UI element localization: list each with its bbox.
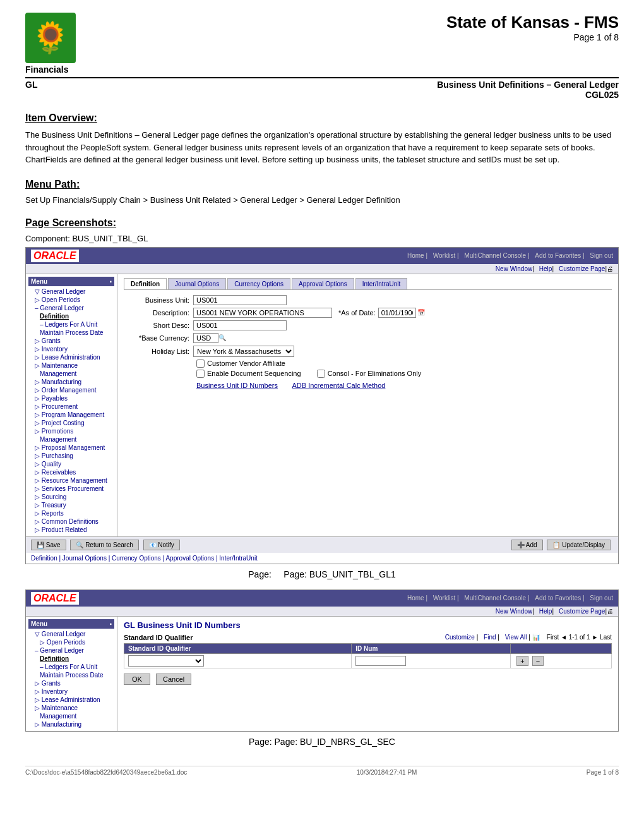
adb-incremental-link[interactable]: ADB Incremental Calc Method [292, 382, 385, 389]
sidebar-item-payables[interactable]: ▷ Payables [28, 394, 114, 402]
ok-button[interactable]: OK [124, 674, 150, 685]
sidebar-item-quality[interactable]: ▷ Quality [28, 460, 114, 468]
sidebar-item-treasury[interactable]: ▷ Treasury [28, 501, 114, 509]
sidebar-item-promotions[interactable]: ▷ Promotions [28, 427, 114, 435]
calendar-icon[interactable]: 📅 [417, 309, 425, 316]
enable-doc-seq-row: Enable Document Sequencing Consol - For … [124, 370, 612, 378]
nav2-multichannel[interactable]: MultiChannel Console [464, 595, 526, 601]
sidebar-item-resource-mgmt[interactable]: ▷ Resource Management [28, 476, 114, 485]
sidebar-item-reports[interactable]: ▷ Reports [28, 509, 114, 517]
short-desc-input[interactable] [193, 320, 287, 330]
id-num-input[interactable] [355, 656, 406, 666]
tab-approval-options[interactable]: Approval Options [292, 278, 354, 289]
new-window-link[interactable]: New Window [496, 265, 532, 272]
sidebar2-manufacturing[interactable]: ▷ Manufacturing [28, 720, 114, 728]
sidebar-item-promo-mgmt[interactable]: Management [28, 435, 114, 444]
nav2-worklist[interactable]: Worklist [433, 595, 455, 601]
consol-elim-checkbox[interactable] [317, 370, 325, 378]
tab-definition[interactable]: Definition [124, 278, 167, 289]
business-unit-input[interactable] [193, 295, 287, 305]
find-link[interactable]: Find [484, 634, 496, 641]
sidebar2-grants[interactable]: ▷ Grants [28, 679, 114, 687]
consol-elim-label: Consol - For Eliminations Only [328, 370, 422, 377]
nav2-home[interactable]: Home [407, 595, 424, 601]
update-display-button[interactable]: 📋 Update/Display [547, 540, 611, 550]
sidebar2-lease-admin[interactable]: ▷ Lease Administration [28, 696, 114, 704]
sidebar-item-order-mgmt[interactable]: ▷ Order Management [28, 386, 114, 394]
item-overview-heading: Item Overview: [25, 112, 619, 124]
sidebar-item-sourcing[interactable]: ▷ Sourcing [28, 493, 114, 501]
help-link-2[interactable]: Help [539, 608, 552, 615]
sidebar-item-manufacturing[interactable]: ▷ Manufacturing [28, 378, 114, 386]
sidebar2-ledgers-for-unit[interactable]: – Ledgers For A Unit [28, 663, 114, 671]
sidebar-item-lease-admin[interactable]: ▷ Lease Administration [28, 353, 114, 361]
cancel-button[interactable]: Cancel [156, 674, 191, 685]
enable-doc-seq-checkbox[interactable] [196, 370, 205, 378]
tab-currency-options[interactable]: Currency Options [227, 278, 290, 289]
sidebar2-gl-group[interactable]: – General Ledger [28, 646, 114, 655]
sidebar2-general-ledger[interactable]: ▽ General Ledger [28, 630, 114, 638]
sidebar2-maintain-process[interactable]: Maintain Process Date [28, 671, 114, 679]
nav-favorites[interactable]: Add to Favorites [535, 252, 581, 259]
customer-vendor-checkbox[interactable] [196, 360, 205, 368]
base-currency-input[interactable] [193, 333, 218, 343]
sidebar-item-product-related[interactable]: ▷ Product Related [28, 526, 114, 534]
sidebar-item-general-ledger[interactable]: ▽ General Ledger [28, 287, 114, 296]
as-of-date-input[interactable] [378, 308, 416, 318]
sidebar-item-maintenance[interactable]: ▷ Maintenance [28, 361, 114, 370]
sidebar-item-services-proc[interactable]: ▷ Services Procurement [28, 485, 114, 493]
sidebar2-definition[interactable]: Definition [28, 655, 114, 663]
remove-row-button[interactable]: − [532, 656, 544, 666]
sidebar-item-receivables[interactable]: ▷ Receivables [28, 468, 114, 476]
customize-page-link[interactable]: Customize Page [559, 265, 605, 272]
add-button[interactable]: ➕ Add [511, 540, 543, 550]
view-all-link[interactable]: View All [505, 634, 527, 641]
description-input[interactable] [193, 308, 332, 318]
holiday-list-select[interactable]: New York & Massachusetts [193, 346, 294, 357]
oracle-logo-2: ORACLE [31, 592, 79, 605]
sidebar-item-program-mgmt[interactable]: ▷ Program Management [28, 411, 114, 419]
sidebar2-open-periods[interactable]: ▷ Open Periods [28, 638, 114, 646]
sidebar-item-maintain-process[interactable]: Maintain Process Date [28, 329, 114, 337]
save-button[interactable]: 💾 Save [31, 540, 66, 550]
currency-search-icon[interactable]: 🔍 [218, 334, 226, 341]
new-window-link-2[interactable]: New Window [496, 608, 532, 615]
sidebar-item-common-defs[interactable]: ▷ Common Definitions [28, 517, 114, 526]
nav-signout[interactable]: Sign out [590, 252, 613, 259]
tab-inter-intraunit[interactable]: Inter/IntraUnit [355, 278, 408, 289]
oracle-subbar-2: New Window | Help | Customize Page | 🖨 [26, 607, 618, 617]
sidebar-item-proposal-mgmt[interactable]: ▷ Proposal Management [28, 444, 114, 452]
col-standard-id-qualifier: Standard ID Qualifier [124, 643, 352, 653]
sidebar-item-gl-def-group[interactable]: – General Ledger [28, 304, 114, 312]
nav-worklist[interactable]: Worklist [433, 252, 455, 259]
sidebar-item-open-periods[interactable]: ▷ Open Periods [28, 296, 114, 304]
sidebar-item-purchasing[interactable]: ▷ Purchasing [28, 452, 114, 460]
add-row-button[interactable]: + [516, 656, 528, 666]
sidebar-item-grants[interactable]: ▷ Grants [28, 337, 114, 345]
sidebar2-maintenance[interactable]: ▷ Maintenance [28, 704, 114, 712]
sidebar-item-inventory[interactable]: ▷ Inventory [28, 345, 114, 353]
nav-home[interactable]: Home [407, 252, 424, 259]
customize-page-link-2[interactable]: Customize Page [559, 608, 605, 615]
tab-journal-options[interactable]: Journal Options [168, 278, 226, 289]
bu-id-numbers-link[interactable]: Business Unit ID Numbers [196, 382, 278, 389]
collapse-icon[interactable]: ▪ [109, 278, 112, 285]
as-of-date-label: *As of Date: [338, 309, 376, 317]
sidebar-header-1: Menu ▪ [28, 277, 114, 286]
collapse-icon-2[interactable]: ▪ [109, 620, 112, 627]
std-id-qualifier-select[interactable] [128, 655, 204, 667]
sidebar-item-management[interactable]: Management [28, 370, 114, 378]
sidebar-item-ledgers[interactable]: – Ledgers For A Unit [28, 320, 114, 329]
sidebar-item-definition[interactable]: Definition [28, 312, 114, 320]
sidebar2-inventory[interactable]: ▷ Inventory [28, 687, 114, 696]
nav2-signout[interactable]: Sign out [590, 595, 613, 601]
sidebar-item-procurement[interactable]: ▷ Procurement [28, 402, 114, 411]
nav2-favorites[interactable]: Add to Favorites [535, 595, 581, 601]
sidebar2-management[interactable]: Management [28, 712, 114, 720]
notify-button[interactable]: 📧 Notify [143, 540, 180, 550]
help-link[interactable]: Help [539, 265, 552, 272]
return-to-search-button[interactable]: 🔍 Return to Search [70, 540, 138, 550]
nav-multichannel[interactable]: MultiChannel Console [464, 252, 526, 259]
customize-link[interactable]: Customize [445, 634, 475, 641]
sidebar-item-project-costing[interactable]: ▷ Project Costing [28, 419, 114, 427]
